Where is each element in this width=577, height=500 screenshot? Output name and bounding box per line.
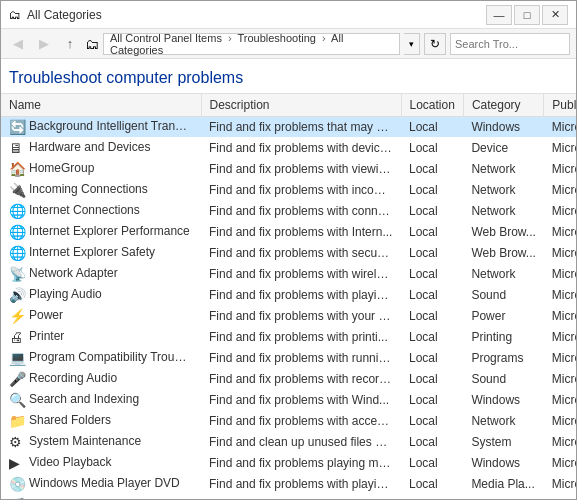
title-bar-controls: — □ ✕ — [486, 5, 568, 25]
table-row[interactable]: ⚡PowerFind and fix problems with your c.… — [1, 306, 576, 327]
table-row[interactable]: 🏠HomeGroupFind and fix problems with vie… — [1, 159, 576, 180]
cell-category: Device — [463, 138, 543, 159]
table-row[interactable]: ▶Video PlaybackFind and fix problems pla… — [1, 453, 576, 474]
cell-name: ⚡Power — [1, 306, 201, 327]
cell-location: Local — [401, 348, 463, 369]
row-icon: 💻 — [9, 350, 25, 366]
col-header-location[interactable]: Location — [401, 94, 463, 117]
row-icon: 🔌 — [9, 182, 25, 198]
cell-location: Local — [401, 159, 463, 180]
up-button[interactable]: ↑ — [59, 33, 81, 55]
refresh-button[interactable]: ↻ — [424, 33, 446, 55]
table-row[interactable]: 🌐Internet Explorer PerformanceFind and f… — [1, 222, 576, 243]
row-icon: 🔄 — [9, 119, 25, 135]
row-name-text: Background Intelligent Transfer Service — [29, 119, 201, 133]
row-name-text: Internet Connections — [29, 203, 140, 217]
cell-category: Network — [463, 264, 543, 285]
window-title: All Categories — [27, 8, 102, 22]
col-header-name[interactable]: Name — [1, 94, 201, 117]
table-row[interactable]: 🌐Internet Explorer SafetyFind and fix pr… — [1, 243, 576, 264]
table-row[interactable]: 🔍Search and IndexingFind and fix problem… — [1, 390, 576, 411]
col-header-description[interactable]: Description — [201, 94, 401, 117]
row-icon: 💿 — [9, 476, 25, 492]
window-icon: 🗂 — [9, 8, 21, 22]
breadcrumb-dropdown[interactable]: ▾ — [404, 33, 420, 55]
cell-publisher: Microsoft — [544, 453, 576, 474]
cell-publisher: Microsoft — [544, 201, 576, 222]
cell-description: Find and fix problems with viewin... — [201, 159, 401, 180]
cell-description: Find and fix problems with conne... — [201, 201, 401, 222]
cell-publisher: Microsoft — [544, 432, 576, 453]
table-row[interactable]: 💻Program Compatibility TroubleshooterFin… — [1, 348, 576, 369]
col-header-category[interactable]: Category — [463, 94, 543, 117]
table-row[interactable]: 📁Shared FoldersFind and fix problems wit… — [1, 411, 576, 432]
cell-description: Find and fix problems with wirele... — [201, 264, 401, 285]
search-input[interactable] — [455, 38, 577, 50]
cell-description: Find and fix problems with playin... — [201, 474, 401, 495]
row-name-text: Power — [29, 308, 63, 322]
items-table: Name Description Location Category Publi… — [1, 94, 576, 499]
cell-location: Local — [401, 327, 463, 348]
main-window: 🗂 All Categories — □ ✕ ◀ ▶ ↑ 🗂 All Contr… — [0, 0, 577, 500]
table-row[interactable]: 🔊Playing AudioFind and fix problems with… — [1, 285, 576, 306]
cell-name: 🖨Printer — [1, 327, 201, 348]
row-icon: 🖥 — [9, 140, 25, 156]
cell-category: Network — [463, 411, 543, 432]
cell-publisher: Microsoft — [544, 306, 576, 327]
col-header-publisher[interactable]: Publisher — [544, 94, 576, 117]
cell-category: Power — [463, 306, 543, 327]
cell-publisher: Microsoft — [544, 369, 576, 390]
close-button[interactable]: ✕ — [542, 5, 568, 25]
cell-name: 🔄Background Intelligent Transfer Service — [1, 117, 201, 138]
row-icon: 🎵 — [9, 497, 25, 499]
row-name-text: Internet Explorer Performance — [29, 224, 190, 238]
cell-publisher: Microsoft — [544, 222, 576, 243]
cell-location: Local — [401, 222, 463, 243]
cell-name: 🌐Internet Connections — [1, 201, 201, 222]
table-row[interactable]: 💿Windows Media Player DVDFind and fix pr… — [1, 474, 576, 495]
content-area: Name Description Location Category Publi… — [1, 94, 576, 499]
back-button[interactable]: ◀ — [7, 33, 29, 55]
table-row[interactable]: 📡Network AdapterFind and fix problems wi… — [1, 264, 576, 285]
cell-category: Printing — [463, 327, 543, 348]
row-name-text: Windows Media Player Library — [29, 497, 191, 499]
header-row: Name Description Location Category Publi… — [1, 94, 576, 117]
table-row[interactable]: 🌐Internet ConnectionsFind and fix proble… — [1, 201, 576, 222]
cell-name: 💿Windows Media Player DVD — [1, 474, 201, 495]
cell-category: Web Brow... — [463, 222, 543, 243]
table-row[interactable]: 🔄Background Intelligent Transfer Service… — [1, 117, 576, 138]
row-icon: ⚙ — [9, 434, 25, 450]
table-row[interactable]: 🖨PrinterFind and fix problems with print… — [1, 327, 576, 348]
cell-name: 🏠HomeGroup — [1, 159, 201, 180]
cell-publisher: Microsoft — [544, 243, 576, 264]
row-icon: 🏠 — [9, 161, 25, 177]
cell-name: 🎵Windows Media Player Library — [1, 495, 201, 500]
maximize-button[interactable]: □ — [514, 5, 540, 25]
table-row[interactable]: 🖥Hardware and DevicesFind and fix proble… — [1, 138, 576, 159]
cell-publisher: Microsoft — [544, 285, 576, 306]
cell-description: Find and fix problems with the Wi... — [201, 495, 401, 500]
table-row[interactable]: ⚙System MaintenanceFind and clean up unu… — [1, 432, 576, 453]
forward-button[interactable]: ▶ — [33, 33, 55, 55]
cell-description: Find and fix problems with securi... — [201, 243, 401, 264]
cell-name: 💻Program Compatibility Troubleshooter — [1, 348, 201, 369]
cell-name: ▶Video Playback — [1, 453, 201, 474]
table-row[interactable]: 🎵Windows Media Player LibraryFind and fi… — [1, 495, 576, 500]
breadcrumb[interactable]: All Control Panel Items › Troubleshootin… — [103, 33, 400, 55]
cell-location: Local — [401, 411, 463, 432]
cell-description: Find and fix problems with record... — [201, 369, 401, 390]
breadcrumb-sep2: › — [322, 32, 326, 44]
cell-category: Sound — [463, 285, 543, 306]
table-row[interactable]: 🎤Recording AudioFind and fix problems wi… — [1, 369, 576, 390]
breadcrumb-sep1: › — [228, 32, 232, 44]
cell-location: Local — [401, 369, 463, 390]
row-name-text: Search and Indexing — [29, 392, 139, 406]
table-row[interactable]: 🔌Incoming ConnectionsFind and fix proble… — [1, 180, 576, 201]
cell-location: Local — [401, 138, 463, 159]
cell-location: Local — [401, 117, 463, 138]
row-name-text: Network Adapter — [29, 266, 118, 280]
cell-location: Local — [401, 474, 463, 495]
cell-name: 🖥Hardware and Devices — [1, 138, 201, 159]
cell-location: Local — [401, 285, 463, 306]
minimize-button[interactable]: — — [486, 5, 512, 25]
